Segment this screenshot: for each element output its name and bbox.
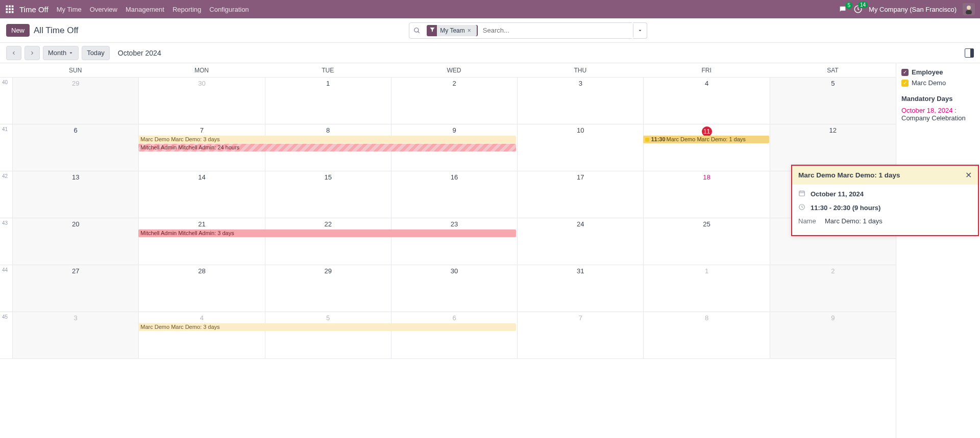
svg-rect-3 (6, 8, 8, 10)
legend-employee[interactable]: ✓ Employee (901, 68, 975, 76)
day-cell[interactable]: 4 (138, 312, 264, 358)
mandatory-days-heading: Mandatory Days (901, 95, 975, 102)
calendar-toolbar: Month Today October 2024 (0, 43, 980, 63)
menu-overview[interactable]: Overview (90, 6, 117, 13)
dayheader-wed: WED (391, 63, 517, 78)
legend-marc-demo[interactable]: ✓ Marc Demo (901, 79, 975, 87)
day-cell[interactable]: 5 (265, 312, 391, 358)
company-switcher[interactable]: My Company (San Francisco) (869, 6, 957, 13)
week-number: 43 (0, 218, 12, 265)
day-cell[interactable]: 1 (643, 265, 769, 312)
filter-chip-remove[interactable]: × (465, 27, 474, 34)
filter-chip-label: My Team × (437, 25, 476, 36)
event-marc-3days-b[interactable]: Marc Demo Marc Demo: 3 days (138, 323, 516, 331)
messages-badge: 5 (845, 2, 852, 9)
svg-rect-7 (9, 11, 11, 13)
day-cell[interactable]: 1 (265, 78, 391, 124)
week-number: 40 (0, 78, 12, 124)
day-cell[interactable]: 30 (138, 78, 264, 124)
messages-icon[interactable]: 5 (838, 5, 847, 13)
dayheader-fri: FRI (643, 63, 769, 78)
popover-name-value: Marc Demo: 1 days (825, 217, 883, 225)
day-cell[interactable]: 2 (391, 78, 517, 124)
svg-rect-4 (9, 8, 11, 10)
week-number: 41 (0, 124, 12, 171)
search-options-dropdown[interactable] (633, 22, 647, 39)
scale-dropdown[interactable]: Month (43, 46, 79, 60)
day-cell[interactable]: 6 (391, 312, 517, 358)
next-button[interactable] (24, 46, 40, 60)
day-cell[interactable]: 17 (517, 171, 643, 218)
day-cell[interactable]: 5 (770, 78, 896, 124)
user-avatar[interactable] (963, 3, 975, 15)
week-row: 40 29 30 1 2 3 4 5 (0, 78, 896, 124)
event-mitchell-24h[interactable]: Mitchell Admin Mitchell Admin: 24 hours (138, 144, 516, 151)
day-cell[interactable]: 29 (12, 78, 138, 124)
dayheader-sun: SUN (12, 63, 138, 78)
event-marc-1day[interactable]: 11:30Marc Demo Marc Demo: 1 days (643, 136, 769, 143)
day-cell[interactable]: 21 (138, 218, 264, 265)
day-cell[interactable]: 29 (265, 265, 391, 312)
apps-icon[interactable] (5, 5, 14, 14)
day-cell[interactable]: 10 (517, 124, 643, 171)
day-cell[interactable]: 8 (643, 312, 769, 358)
checkbox-icon: ✓ (901, 80, 909, 87)
popover-name-label: Name (798, 217, 821, 225)
menu-my-time[interactable]: My Time (57, 6, 82, 13)
day-cell[interactable]: 30 (391, 265, 517, 312)
search-input[interactable] (480, 23, 633, 38)
checkbox-icon: ✓ (901, 69, 909, 76)
day-cell[interactable]: 23 (391, 218, 517, 265)
event-marc-3days[interactable]: Marc Demo Marc Demo: 3 days (138, 136, 516, 143)
dayheader-thu: THU (517, 63, 643, 78)
today-button[interactable]: Today (82, 46, 110, 60)
day-cell[interactable]: 6 (12, 124, 138, 171)
activities-icon[interactable]: 14 (853, 5, 863, 14)
week-row: 41 6 7 8 9 10 11 12 Marc Demo Marc Demo:… (0, 124, 896, 171)
day-cell[interactable]: 4 (643, 78, 769, 124)
side-panel: ✓ Employee ✓ Marc Demo Mandatory Days Oc… (896, 63, 980, 438)
popover-title: Marc Demo Marc Demo: 1 days (798, 171, 900, 179)
day-cell[interactable]: 22 (265, 218, 391, 265)
dayheader-mon: MON (138, 63, 264, 78)
event-mitchell-3days[interactable]: Mitchell Admin Mitchell Admin: 3 days (138, 229, 516, 237)
day-cell[interactable]: 15 (265, 171, 391, 218)
day-cell[interactable]: 9 (770, 312, 896, 358)
svg-line-14 (418, 31, 420, 33)
menu-configuration[interactable]: Configuration (209, 6, 249, 13)
new-button[interactable]: New (6, 24, 30, 37)
day-cell[interactable]: 11 (643, 124, 769, 171)
day-cell[interactable]: 7 (517, 312, 643, 358)
day-cell[interactable]: 2 (770, 265, 896, 312)
app-brand[interactable]: Time Off (19, 5, 48, 14)
day-cell[interactable]: 31 (517, 265, 643, 312)
funnel-icon (428, 27, 437, 34)
day-cell[interactable]: 14 (138, 171, 264, 218)
day-cell[interactable]: 13 (12, 171, 138, 218)
day-cell[interactable]: 12 (770, 124, 896, 171)
day-cell[interactable]: 24 (517, 218, 643, 265)
day-cell[interactable]: 25 (643, 218, 769, 265)
day-cell[interactable]: 20 (12, 218, 138, 265)
day-cell[interactable]: 3 (12, 312, 138, 358)
menu-reporting[interactable]: Reporting (173, 6, 201, 13)
week-row: 44 27 28 29 30 31 1 2 (0, 265, 896, 312)
prev-button[interactable] (6, 46, 21, 60)
day-cell[interactable]: 3 (517, 78, 643, 124)
breadcrumb-title: All Time Off (34, 25, 79, 36)
search-box[interactable]: My Team × (409, 22, 633, 39)
svg-rect-5 (12, 8, 14, 10)
popover-time: 11:30 - 20:30 (9 hours) (811, 204, 880, 212)
top-nav: Time Off My Time Overview Management Rep… (0, 0, 980, 18)
filter-chip-my-team: My Team × (427, 25, 477, 36)
day-cell[interactable]: 27 (12, 265, 138, 312)
day-cell[interactable]: 18 (643, 171, 769, 218)
svg-point-11 (967, 6, 971, 10)
menu-management[interactable]: Management (126, 6, 164, 13)
side-panel-toggle[interactable] (965, 48, 974, 58)
day-cell[interactable]: 28 (138, 265, 264, 312)
popover-close-button[interactable]: ✕ (965, 170, 972, 180)
day-cell[interactable]: 16 (391, 171, 517, 218)
svg-rect-15 (799, 191, 805, 196)
period-label: October 2024 (118, 49, 161, 57)
